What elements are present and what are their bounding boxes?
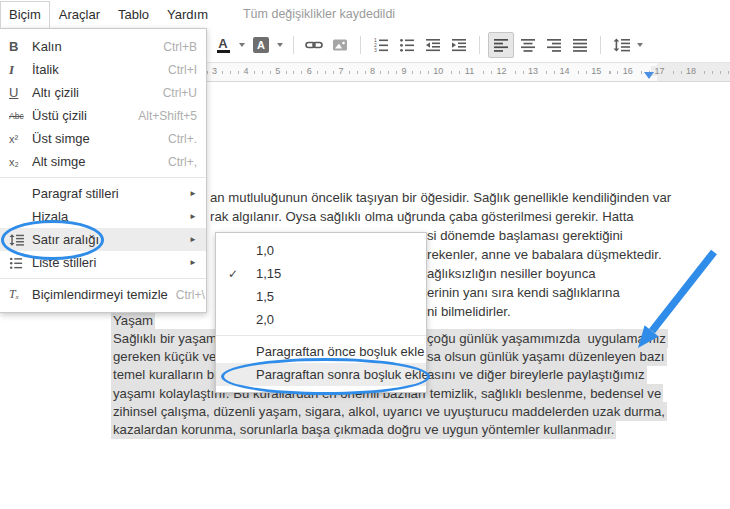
decrease-indent-button[interactable] <box>421 33 445 57</box>
doc-heading[interactable]: Yaşam <box>113 313 153 328</box>
superscript-icon: x² <box>9 133 32 145</box>
menu-bicim[interactable]: Biçim <box>0 1 50 28</box>
doc-text-line[interactable]: çoğu günlük yaşamımızda uygulamamız <box>427 331 666 346</box>
decrease-indent-icon <box>425 37 441 53</box>
line-spacing-caret-icon[interactable] <box>637 43 643 47</box>
doc-text-line[interactable]: sa olsun günlük yaşamı düzenleyen bazı <box>427 349 665 364</box>
highlight-color-caret-icon[interactable] <box>277 43 283 47</box>
highlight-color-icon: A <box>253 37 269 53</box>
submenu-item-paragraftan-sonra-bosluk-ekle[interactable]: Paragraftan sonra boşluk ekle <box>216 363 426 386</box>
menu-item-kalin[interactable]: B Kalın Ctrl+B <box>0 35 206 58</box>
format-menu: B Kalın Ctrl+B I İtalik Ctrl+I U Altı çi… <box>0 28 207 313</box>
menu-item-alt-simge[interactable]: x₂ Alt simge Ctrl+, <box>0 150 206 173</box>
subscript-icon: x₂ <box>9 156 32 168</box>
menu-separator <box>0 278 206 279</box>
align-right-button[interactable] <box>542 33 566 57</box>
doc-text-line[interactable]: ağlıksızlığın nesiller boyunca <box>427 266 596 281</box>
ruler-number: 6 <box>304 66 315 76</box>
doc-text-line[interactable]: rak algılanır. Oysa sağlıklı olma uğrund… <box>210 209 634 224</box>
insert-image-button[interactable] <box>328 33 352 57</box>
right-indent-marker[interactable] <box>644 72 654 79</box>
menu-item-liste-stilleri[interactable]: Liste stilleri ► <box>0 251 206 274</box>
toolbar-separator <box>479 36 480 54</box>
align-right-icon <box>546 37 562 53</box>
menu-item-hizala[interactable]: Hizala ► <box>0 205 206 228</box>
ruler-number: 14 <box>557 66 573 76</box>
ruler-number: 10 <box>430 66 446 76</box>
ruler-number: 11 <box>462 66 477 76</box>
align-justify-button[interactable] <box>568 33 592 57</box>
menu-item-alti-cizili[interactable]: U Altı çizili Ctrl+U <box>0 81 206 104</box>
submenu-item-1-0[interactable]: 1,0 <box>216 239 426 262</box>
align-left-icon <box>493 37 509 53</box>
doc-text-line[interactable]: erinin yanı sıra kendi sağlıklarına <box>427 285 620 300</box>
menu-separator <box>216 335 426 336</box>
doc-text-line[interactable]: rekenler, anne ve babalara düşmektedir. <box>427 247 662 262</box>
ruler-number: 7 <box>335 66 346 76</box>
menu-separator <box>0 177 206 178</box>
clear-formatting-icon: Tₓ <box>9 287 32 302</box>
doc-text-line[interactable]: Sağlıklı bir yaşam <box>113 331 217 346</box>
highlight-color-button[interactable]: A <box>249 33 273 57</box>
list-styles-icon <box>9 256 32 270</box>
submenu-item-paragraftan-once-bosluk-ekle[interactable]: Paragraftan önce boşluk ekle <box>216 340 426 363</box>
doc-text-line[interactable]: ni bilmelidirler. <box>427 304 511 319</box>
menu-item-ust-simge[interactable]: x² Üst simge Ctrl+. <box>0 127 206 150</box>
align-justify-icon <box>572 37 588 53</box>
align-center-icon <box>520 37 536 53</box>
doc-text-line[interactable]: si dönemde başlaması gerektiğini <box>427 228 623 243</box>
ruler-number: 4 <box>241 66 252 76</box>
submenu-item-1-15[interactable]: ✓ 1,15 <box>216 262 426 285</box>
save-status[interactable]: Tüm değişiklikler kaydedildi <box>243 7 395 21</box>
doc-text-line[interactable]: an mutluluğunun öncelik taşıyan bir öğes… <box>210 190 671 205</box>
image-icon <box>332 37 348 53</box>
doc-text-line[interactable]: gereken küçük ve <box>113 349 216 364</box>
menu-item-satir-araligi[interactable]: Satır aralığı ► <box>0 228 206 251</box>
menu-tablo[interactable]: Tablo <box>109 1 158 28</box>
menu-item-italik[interactable]: I İtalik Ctrl+I <box>0 58 206 81</box>
numbered-list-button[interactable]: 123 <box>369 33 393 57</box>
ruler-number: 9 <box>399 66 410 76</box>
bulleted-list-button[interactable] <box>395 33 419 57</box>
menu-araclar[interactable]: Araçlar <box>50 1 109 28</box>
insert-link-button[interactable] <box>302 33 326 57</box>
ruler-number: 18 <box>683 66 699 76</box>
italic-icon: I <box>9 62 32 78</box>
menu-item-ustu-cizili[interactable]: Abc Üstü çizili Alt+Shift+5 <box>0 104 206 127</box>
strikethrough-icon: Abc <box>9 111 32 121</box>
toolbar-separator <box>360 36 361 54</box>
align-left-button[interactable] <box>488 32 514 58</box>
link-icon <box>305 37 323 53</box>
submenu-item-2-0[interactable]: 2,0 <box>216 308 426 331</box>
ruler-number: 12 <box>493 66 509 76</box>
ruler-number: 3 <box>209 66 220 76</box>
ruler-number: 13 <box>525 66 541 76</box>
svg-text:3: 3 <box>374 47 377 53</box>
bold-icon: B <box>9 39 32 54</box>
increase-indent-button[interactable] <box>447 33 471 57</box>
submenu-arrow-icon: ► <box>189 212 197 221</box>
doc-text-line[interactable]: zihinsel çalışma, düzenli yaşam, sigara,… <box>113 404 665 419</box>
toolbar-separator <box>293 36 294 54</box>
numbered-list-icon: 123 <box>373 37 389 53</box>
ruler-number: 8 <box>367 66 378 76</box>
align-center-button[interactable] <box>516 33 540 57</box>
doc-text-line[interactable]: temel kuralların bi <box>113 367 217 382</box>
doc-text-line[interactable]: asını ve diğer bireylerle paylaştığımız <box>427 367 645 382</box>
ruler-number: 5 <box>272 66 283 76</box>
ruler-number: 16 <box>620 66 636 76</box>
submenu-item-1-5[interactable]: 1,5 <box>216 285 426 308</box>
text-color-icon: A <box>217 38 230 53</box>
line-spacing-icon <box>613 37 630 53</box>
menu-item-paragraf-stilleri[interactable]: Paragraf stilleri ► <box>0 182 206 205</box>
line-spacing-button[interactable] <box>609 33 633 57</box>
line-spacing-submenu: 1,0 ✓ 1,15 1,5 2,0 Paragraftan önce boşl… <box>215 232 427 393</box>
submenu-arrow-icon: ► <box>189 189 197 198</box>
menu-item-bicimlendirmeyi-temizle[interactable]: Tₓ Biçimlendirmeyi temizle Ctrl+\ <box>0 283 206 306</box>
bulleted-list-icon <box>399 37 415 53</box>
text-color-caret-icon[interactable] <box>239 43 245 47</box>
doc-text-line[interactable]: kazalardan korunma, sorunlarla başa çıkm… <box>113 422 614 437</box>
text-color-button[interactable]: A <box>211 33 235 57</box>
menu-yardim[interactable]: Yardım <box>158 1 217 28</box>
toolbar-separator <box>600 36 601 54</box>
